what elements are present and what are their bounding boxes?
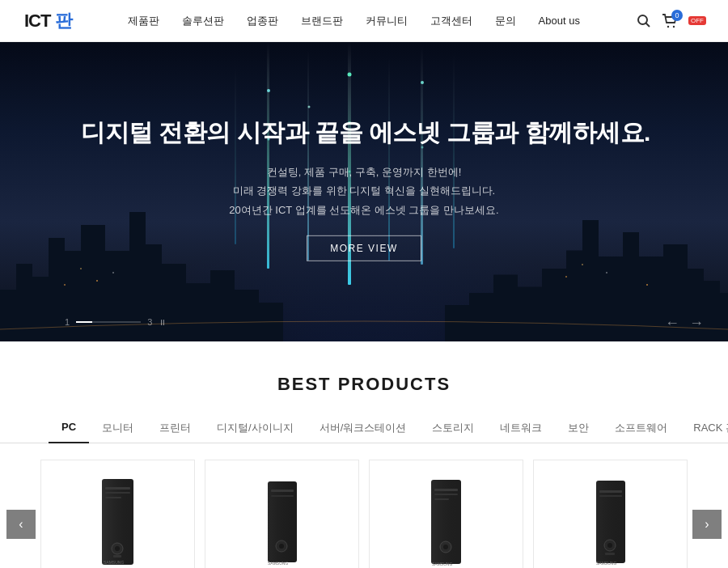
cart-icon[interactable]: 0 [662, 13, 678, 29]
hero-cta-button[interactable]: MORE VIEW [307, 235, 421, 261]
svg-point-2 [667, 25, 669, 27]
cart-badge: 0 [671, 10, 683, 21]
user-icon[interactable]: OFF [688, 13, 704, 29]
svg-text:SAMSUNG: SAMSUNG [104, 560, 124, 565]
cat-tab-digital[interactable]: 디지털/사이니지 [204, 414, 307, 443]
nav-products[interactable]: 제품판 [128, 14, 159, 28]
site-logo[interactable]: ICT 판 [24, 9, 72, 33]
carousel-next-arrow[interactable]: › [692, 510, 722, 539]
hero-next-arrow[interactable]: → [689, 315, 704, 332]
nav-inquiry[interactable]: 문의 [495, 14, 516, 28]
off-badge: OFF [688, 16, 706, 25]
product-image-area: SAMSUNG [376, 473, 516, 568]
svg-rect-50 [434, 498, 449, 500]
cat-tab-storage[interactable]: 스토리지 [419, 414, 487, 443]
cat-tab-printer[interactable]: 프린터 [146, 414, 204, 443]
site-header: ICT 판 제품판 솔루션판 업종판 브랜드판 커뮤니티 고객센터 문의 Abo… [0, 0, 728, 42]
slider-end: 3 [147, 317, 152, 327]
nav-community[interactable]: 커뮤니티 [366, 14, 408, 28]
cat-tab-security[interactable]: 보안 [555, 414, 602, 443]
svg-point-3 [673, 25, 675, 27]
svg-rect-60 [605, 553, 615, 555]
hero-subtitle: 컨설팅, 제품 구매, 구축, 운영까지 한번에! 미래 경쟁력 강화를 위한 … [81, 163, 647, 219]
cat-tab-network[interactable]: 네트워크 [487, 414, 555, 443]
hero-subtitle-line1: 컨설팅, 제품 구매, 구축, 운영까지 한번에! [81, 163, 647, 181]
product-card[interactable]: SAMSUNG [40, 460, 195, 568]
svg-rect-41 [271, 490, 294, 492]
svg-rect-33 [105, 492, 130, 494]
svg-rect-57 [599, 495, 622, 497]
hero-subtitle-line3: 20여년간 ICT 업계를 선도해온 에스넷 그룹을 만나보세요. [81, 201, 647, 219]
hero-content: 디지털 전환의 시작과 끝을 에스넷 그룹과 함께하세요. 컨설팅, 제품 구매… [81, 117, 647, 261]
hero-section: 디지털 전환의 시작과 끝을 에스넷 그룹과 함께하세요. 컨설팅, 제품 구매… [0, 42, 728, 341]
svg-text:SAMSUNG: SAMSUNG [268, 561, 288, 566]
nav-industry[interactable]: 업종판 [247, 14, 278, 28]
svg-point-52 [443, 545, 448, 549]
nav-about[interactable]: About us [539, 15, 580, 27]
svg-point-44 [279, 544, 284, 549]
products-section-title: BEST PRODUCTS [0, 374, 728, 395]
svg-point-59 [607, 543, 612, 548]
cat-tab-server[interactable]: 서버/워크스테이션 [307, 414, 420, 443]
svg-point-0 [638, 15, 647, 24]
svg-rect-49 [434, 494, 458, 495]
cat-tab-software[interactable]: 소프트웨어 [602, 414, 680, 443]
pc-tower-svg: SAMSUNG [95, 477, 140, 566]
category-tabs: PC 모니터 프린터 디지털/사이니지 서버/워크스테이션 스토리지 네트워크 … [0, 414, 728, 443]
cat-tab-rack[interactable]: RACK 관련 [680, 414, 728, 443]
svg-rect-32 [105, 487, 130, 490]
svg-text:SAMSUNG: SAMSUNG [432, 562, 452, 566]
svg-rect-34 [105, 497, 121, 498]
product-card[interactable]: SAMSUNG [205, 460, 359, 568]
hero-title: 디지털 전환의 시작과 끝을 에스넷 그룹과 함께하세요. [81, 117, 647, 150]
svg-line-1 [645, 23, 650, 27]
svg-rect-48 [434, 489, 458, 491]
pc-tower-svg3: SAMSUNG [424, 477, 468, 566]
slider-bar: 1 3 ⏸ [65, 317, 167, 327]
slider-track [76, 321, 141, 323]
nav-support[interactable]: 고객센터 [430, 14, 472, 28]
product-image-area: SAMSUNG [540, 473, 680, 568]
search-icon[interactable] [636, 13, 652, 29]
product-card[interactable]: SAMSUNG [533, 460, 688, 568]
slider-pause-icon[interactable]: ⏸ [159, 318, 167, 327]
cat-tab-monitor[interactable]: 모니터 [89, 414, 146, 443]
products-grid: SAMSUNG [40, 460, 688, 568]
carousel-prev-arrow[interactable]: ‹ [6, 510, 36, 539]
svg-rect-56 [599, 490, 622, 493]
slider-arrows: ← → [665, 315, 704, 332]
header-icons: 0 OFF [636, 13, 704, 29]
product-image-area: SAMSUNG [212, 473, 352, 568]
nav-brands[interactable]: 브랜드판 [301, 14, 343, 28]
nav-solutions[interactable]: 솔루션판 [182, 14, 224, 28]
pc-tower-svg2: SAMSUNG [260, 477, 304, 566]
products-section: BEST PRODUCTS PC 모니터 프린터 디지털/사이니지 서버/워크스… [0, 341, 728, 568]
svg-rect-42 [271, 495, 294, 497]
slider-start: 1 [65, 317, 70, 327]
product-image-area: SAMSUNG [48, 473, 188, 568]
product-carousel: ‹ [0, 460, 728, 568]
svg-text:SAMSUNG: SAMSUNG [596, 561, 616, 566]
pc-tower-svg4: SAMSUNG [588, 477, 633, 566]
svg-rect-37 [113, 555, 121, 557]
main-nav: 제품판 솔루션판 업종판 브랜드판 커뮤니티 고객센터 문의 About us [128, 14, 580, 28]
hero-prev-arrow[interactable]: ← [665, 315, 679, 332]
product-card[interactable]: SAMSUNG [369, 460, 523, 568]
slider-progress [76, 321, 92, 323]
hero-subtitle-line2: 미래 경쟁력 강화를 위한 디지털 혁신을 실현해드립니다. [81, 181, 647, 200]
svg-point-36 [115, 546, 120, 551]
cat-tab-pc[interactable]: PC [49, 414, 89, 443]
